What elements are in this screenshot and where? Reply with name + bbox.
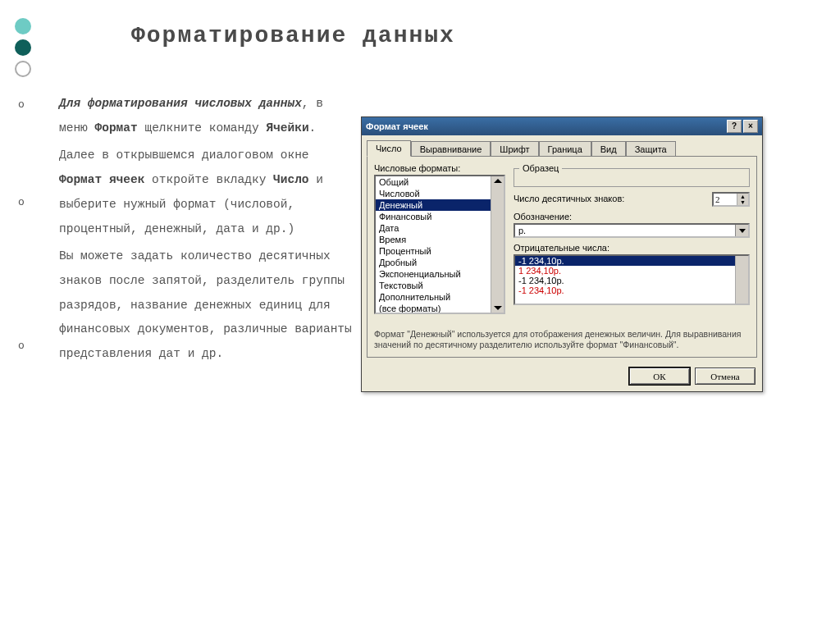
negative-label: Отрицательные числа: (514, 243, 750, 253)
scrollbar[interactable] (735, 256, 748, 304)
symbol-label: Обозначение: (514, 212, 750, 221)
tab-font[interactable]: Шрифт (491, 141, 538, 157)
bold-text: Ячейки (266, 121, 308, 135)
symbol-combo[interactable]: р. (514, 223, 750, 238)
tab-panel-number: Числовые форматы: ОбщийЧисловойДенежныйФ… (367, 156, 757, 358)
scrollbar[interactable] (491, 176, 504, 313)
page-title: Форматирование данных (131, 23, 455, 48)
bullet-marker: o (18, 196, 25, 208)
decimals-spin[interactable]: ▲▼ (712, 192, 750, 207)
format-list-item[interactable]: Общий (376, 176, 504, 188)
tabs: Число Выравнивание Шрифт Граница Вид Защ… (362, 135, 762, 156)
negative-list-item[interactable]: -1 234,10р. (515, 276, 748, 285)
help-button[interactable]: ? (727, 120, 742, 133)
ok-button[interactable]: ОК (629, 368, 690, 385)
formats-listbox[interactable]: ОбщийЧисловойДенежныйФинансовыйДатаВремя… (374, 175, 505, 314)
dialog-title: Формат ячеек (366, 121, 428, 131)
paragraph-2: Далее в открывшемся диалоговом окне Форм… (59, 144, 354, 241)
format-list-item[interactable]: Время (376, 234, 504, 245)
negative-list-item[interactable]: -1 234,10р. (515, 285, 748, 295)
decimals-label: Число десятичных знаков: (514, 194, 697, 203)
formats-label: Числовые форматы: (374, 163, 505, 173)
format-list-item[interactable]: Текстовый (376, 280, 504, 291)
bullet-marker: o (18, 340, 25, 352)
format-list-item[interactable]: Дата (376, 222, 504, 234)
paragraph-3: Вы можете задать количество десятичных з… (59, 244, 354, 367)
bullet-markers: o o o (18, 98, 25, 352)
cancel-button[interactable]: Отмена (695, 368, 756, 385)
bold-text: Формат (95, 121, 138, 135)
format-list-item[interactable]: Дополнительный (376, 291, 504, 303)
bold-text: Число (273, 173, 309, 186)
decimals-input[interactable] (714, 194, 737, 205)
sample-legend: Образец (519, 163, 562, 173)
spin-up-icon[interactable]: ▲ (737, 194, 748, 199)
bullet-marker: o (18, 98, 25, 111)
decorative-dots (15, 18, 31, 77)
negative-list-item[interactable]: 1 234,10р. (515, 266, 748, 276)
bold-text: Для форматирования числовых данных (59, 97, 302, 110)
dot-dark (15, 39, 31, 56)
format-cells-dialog: Формат ячеек ? × Число Выравнивание Шриф… (361, 116, 763, 392)
format-description: Формат "Денежный" используется для отобр… (374, 329, 750, 350)
bold-text: Формат ячеек (59, 173, 144, 186)
spin-down-icon[interactable]: ▼ (737, 199, 748, 205)
sample-fieldset: Образец (514, 163, 750, 187)
format-list-item[interactable]: Процентный (376, 245, 504, 257)
dot-outline (15, 61, 31, 77)
tab-border[interactable]: Граница (539, 141, 591, 157)
tab-protect[interactable]: Защита (626, 141, 676, 157)
format-list-item[interactable]: Числовой (376, 188, 504, 199)
close-button[interactable]: × (743, 120, 758, 133)
tab-number[interactable]: Число (367, 140, 411, 157)
tab-alignment[interactable]: Выравнивание (411, 141, 491, 157)
paragraph-1: Для форматирования числовых данных, в ме… (59, 92, 354, 140)
dialog-buttons: ОК Отмена (362, 363, 762, 391)
negative-listbox[interactable]: -1 234,10р.1 234,10р.-1 234,10р.-1 234,1… (514, 254, 750, 305)
format-list-item[interactable]: (все форматы) (376, 303, 504, 314)
format-list-item[interactable]: Финансовый (376, 211, 504, 222)
body-text: Для форматирования числовых данных, в ме… (59, 92, 354, 370)
symbol-value: р. (515, 225, 735, 236)
chevron-down-icon[interactable] (735, 225, 748, 236)
tab-view[interactable]: Вид (591, 141, 626, 157)
dialog-titlebar[interactable]: Формат ячеек ? × (362, 117, 762, 135)
format-list-item[interactable]: Дробный (376, 257, 504, 268)
format-list-item[interactable]: Экспоненциальный (376, 268, 504, 280)
negative-list-item[interactable]: -1 234,10р. (515, 256, 748, 266)
dot-teal (15, 18, 31, 34)
format-list-item[interactable]: Денежный (376, 199, 504, 211)
